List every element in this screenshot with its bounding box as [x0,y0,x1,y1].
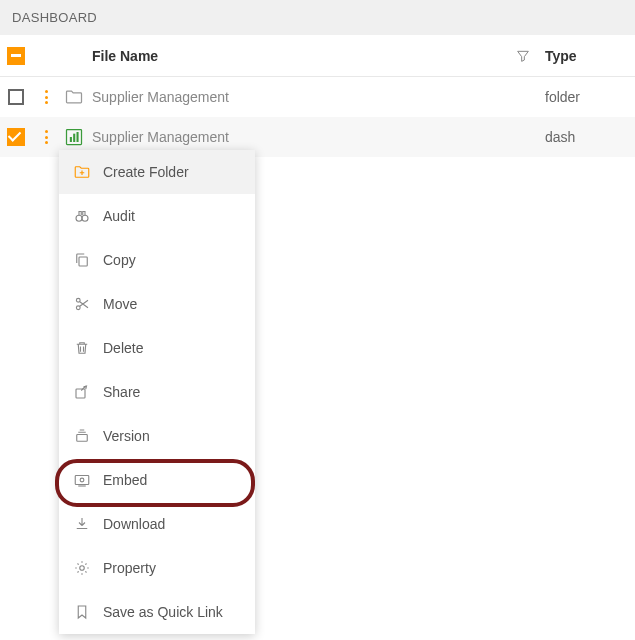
binoculars-icon [73,207,91,225]
menu-item-label: Embed [103,472,147,488]
dashboard-icon [60,127,88,147]
folder-icon [60,87,88,107]
select-all-checkbox[interactable] [7,47,25,65]
share-icon [73,383,91,401]
menu-item-download[interactable]: Download [59,502,255,546]
context-menu: Create FolderAuditCopyMoveDeleteShareVer… [59,150,255,634]
menu-item-copy[interactable]: Copy [59,238,255,282]
menu-item-embed[interactable]: Embed [59,458,255,502]
menu-item-label: Share [103,384,140,400]
menu-item-label: Audit [103,208,135,224]
menu-item-quicklink[interactable]: Save as Quick Link [59,590,255,634]
bookmark-icon [73,603,91,621]
row-type: folder [545,89,635,105]
menu-item-move[interactable]: Move [59,282,255,326]
folder-plus-icon [73,163,91,181]
menu-item-audit[interactable]: Audit [59,194,255,238]
menu-item-create-folder[interactable]: Create Folder [59,150,255,194]
column-header-type[interactable]: Type [545,48,635,64]
menu-item-label: Copy [103,252,136,268]
row-checkbox[interactable] [7,128,25,146]
menu-item-share[interactable]: Share [59,370,255,414]
row-type: dash [545,129,635,145]
copy-icon [73,251,91,269]
row-actions-button[interactable] [39,88,53,106]
menu-item-label: Version [103,428,150,444]
scissors-icon [73,295,91,313]
menu-item-label: Download [103,516,165,532]
row-actions-button[interactable] [39,128,53,146]
column-header-name[interactable]: File Name [88,48,501,64]
row-checkbox[interactable] [8,89,24,105]
menu-item-label: Save as Quick Link [103,604,223,620]
menu-item-label: Move [103,296,137,312]
gear-icon [73,559,91,577]
menu-item-label: Property [103,560,156,576]
embed-icon [73,471,91,489]
breadcrumb: DASHBOARD [0,0,635,35]
menu-item-label: Create Folder [103,164,189,180]
menu-item-version[interactable]: Version [59,414,255,458]
download-icon [73,515,91,533]
table-header: File Name Type [0,35,635,77]
row-name[interactable]: Supplier Management [88,89,501,105]
filter-icon[interactable] [501,48,545,64]
stack-icon [73,427,91,445]
trash-icon [73,339,91,357]
row-name[interactable]: Supplier Management [88,129,501,145]
table-row[interactable]: Supplier Management folder [0,77,635,117]
menu-item-label: Delete [103,340,143,356]
menu-item-property[interactable]: Property [59,546,255,590]
menu-item-delete[interactable]: Delete [59,326,255,370]
